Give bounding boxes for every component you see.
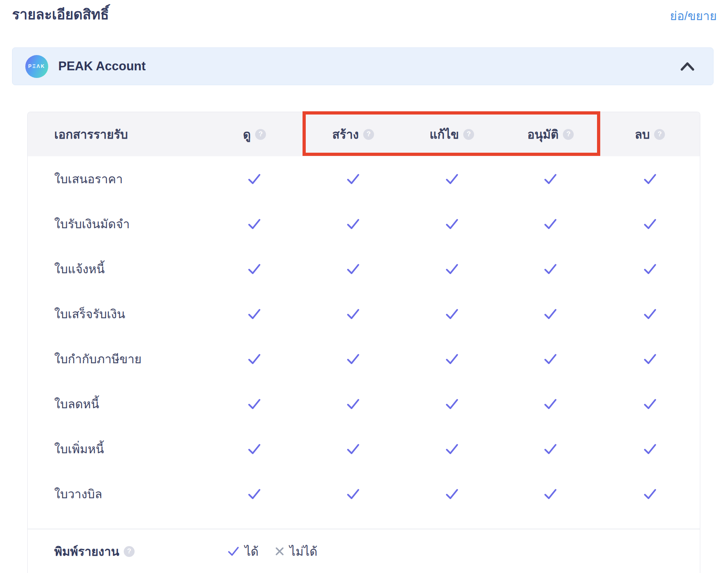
check-icon <box>544 173 557 185</box>
row-label: ใบกำกับภาษีขาย <box>54 350 141 368</box>
help-icon[interactable]: ? <box>124 546 135 557</box>
permission-cell[interactable] <box>600 443 700 455</box>
page-title: รายละเอียดสิทธิ์ <box>12 3 109 25</box>
permission-cell[interactable] <box>600 398 700 410</box>
section-header-peak-account[interactable]: PΞΛK PEAK Account <box>12 47 714 85</box>
check-icon <box>346 488 360 500</box>
table-row: ใบรับเงินมัดจำ <box>28 201 700 246</box>
row-label-cell: ใบแจ้งหนี้ <box>28 260 205 278</box>
row-label: ใบลดหนี้ <box>54 395 99 413</box>
check-icon <box>346 263 360 275</box>
help-icon[interactable]: ? <box>363 129 374 140</box>
permission-cell[interactable] <box>205 218 304 230</box>
permission-cell[interactable] <box>304 353 403 365</box>
permission-cell[interactable] <box>304 218 403 230</box>
row-label: ใบรับเงินมัดจำ <box>54 215 130 233</box>
permission-cell[interactable] <box>403 398 501 410</box>
table-body: ใบเสนอราคา ใบรับเงินมัดจำ ใบแจ้งหนี้ ใบเ… <box>28 156 700 529</box>
row-label-cell: ใบเสร็จรับเงิน <box>28 305 205 323</box>
permission-cell[interactable] <box>304 263 403 275</box>
check-icon <box>227 546 239 557</box>
permission-cell[interactable] <box>501 443 600 455</box>
check-icon <box>643 353 657 365</box>
help-icon[interactable]: ? <box>255 129 266 140</box>
peak-logo: PΞΛK <box>25 55 48 78</box>
permission-cell[interactable] <box>304 308 403 320</box>
option-allowed[interactable]: ได้ <box>227 542 259 561</box>
print-report-options: ได้ ไม่ได้ <box>227 542 317 561</box>
row-label-cell: ใบลดหนี้ <box>28 395 205 413</box>
permission-cell[interactable] <box>600 353 700 365</box>
permission-cell[interactable] <box>403 443 501 455</box>
row-label: ใบเพิ่มหนี้ <box>54 440 104 458</box>
permission-cell[interactable] <box>205 308 304 320</box>
table-header-row: เอกสารรายรับ ดู ? สร้าง ? แก้ไข ? อนุมัต… <box>28 112 700 156</box>
check-icon <box>445 218 459 230</box>
check-icon <box>247 263 261 275</box>
permission-cell[interactable] <box>205 173 304 185</box>
permission-cell[interactable] <box>304 173 403 185</box>
permission-cell[interactable] <box>501 218 600 230</box>
permission-cell[interactable] <box>501 353 600 365</box>
table-row: ใบแจ้งหนี้ <box>28 246 700 291</box>
permission-cell[interactable] <box>205 263 304 275</box>
permission-cell[interactable] <box>600 218 700 230</box>
check-icon <box>247 398 261 410</box>
row-label-cell: ใบรับเงินมัดจำ <box>28 215 205 233</box>
help-icon[interactable]: ? <box>654 129 665 140</box>
check-icon <box>346 308 360 320</box>
check-icon <box>643 308 657 320</box>
permission-cell[interactable] <box>304 443 403 455</box>
table-row: ใบวางบิล <box>28 471 700 516</box>
permission-cell[interactable] <box>403 308 501 320</box>
permission-cell[interactable] <box>501 488 600 500</box>
help-icon[interactable]: ? <box>563 129 574 140</box>
check-icon <box>445 488 459 500</box>
permission-cell[interactable] <box>205 353 304 365</box>
check-icon <box>445 308 459 320</box>
table-header-create: สร้าง ? <box>304 125 403 144</box>
permission-cell[interactable] <box>600 173 700 185</box>
collapse-expand-link[interactable]: ย่อ/ขยาย <box>670 6 717 25</box>
check-icon <box>643 488 657 500</box>
print-report-label: พิมพ์รายงาน <box>54 542 119 561</box>
check-icon <box>445 353 459 365</box>
permission-cell[interactable] <box>600 263 700 275</box>
permission-cell[interactable] <box>501 173 600 185</box>
option-not-allowed[interactable]: ไม่ได้ <box>275 542 317 561</box>
chevron-up-icon[interactable] <box>680 62 695 71</box>
row-label-cell: ใบวางบิล <box>28 485 205 503</box>
permission-cell[interactable] <box>403 263 501 275</box>
permission-cell[interactable] <box>600 308 700 320</box>
permission-cell[interactable] <box>205 398 304 410</box>
permission-cell[interactable] <box>403 173 501 185</box>
permission-cell[interactable] <box>501 398 600 410</box>
check-icon <box>643 443 657 455</box>
check-icon <box>544 443 557 455</box>
help-icon[interactable]: ? <box>463 129 474 140</box>
permission-cell[interactable] <box>403 218 501 230</box>
table-header-view: ดู ? <box>205 125 304 144</box>
check-icon <box>544 488 557 500</box>
row-label: ใบเสนอราคา <box>54 170 123 188</box>
check-icon <box>544 353 557 365</box>
row-label-cell: ใบกำกับภาษีขาย <box>28 350 205 368</box>
check-icon <box>445 263 459 275</box>
permission-cell[interactable] <box>205 488 304 500</box>
check-icon <box>346 443 360 455</box>
check-icon <box>247 353 261 365</box>
table-header-edit: แก้ไข ? <box>403 125 501 144</box>
table-row: ใบเสร็จรับเงิน <box>28 291 700 336</box>
permission-cell[interactable] <box>501 263 600 275</box>
permission-cell[interactable] <box>304 398 403 410</box>
table-row: ใบเสนอราคา <box>28 156 700 201</box>
permission-cell[interactable] <box>403 353 501 365</box>
table-row: ใบลดหนี้ <box>28 381 700 426</box>
row-label: ใบแจ้งหนี้ <box>54 260 105 278</box>
permission-cell[interactable] <box>205 443 304 455</box>
check-icon <box>346 173 360 185</box>
permission-cell[interactable] <box>501 308 600 320</box>
permission-cell[interactable] <box>600 488 700 500</box>
permission-cell[interactable] <box>403 488 501 500</box>
permission-cell[interactable] <box>304 488 403 500</box>
